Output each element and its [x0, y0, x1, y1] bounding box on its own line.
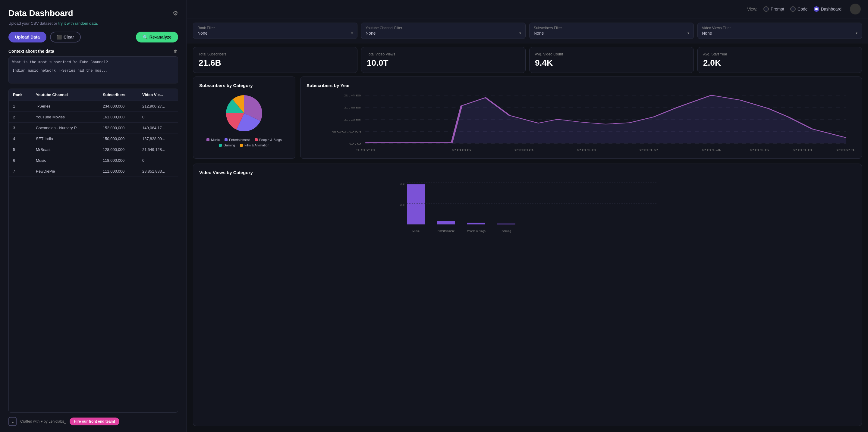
table-header-row: Rank Youtube Channel Subscribers Video V… — [9, 89, 178, 101]
chevron-down-icon: ▾ — [519, 31, 521, 35]
table-cell: 21,549,128... — [138, 144, 178, 155]
svg-text:2006: 2006 — [452, 148, 471, 152]
radio-dashboard[interactable] — [814, 6, 819, 12]
view-option-code[interactable]: Code — [790, 6, 807, 12]
legend-dot — [219, 144, 222, 147]
right-panel: View: Prompt Code Dashboard Rank Filter … — [187, 0, 868, 432]
trash-icon[interactable]: 🗑 — [173, 48, 178, 54]
table-cell: 161,000,000 — [98, 112, 138, 123]
clear-icon: ⬛ — [57, 35, 62, 39]
table-row: 4SET India150,000,000137,828,09... — [9, 133, 178, 144]
legend-label: People & Blogs — [259, 138, 282, 142]
table-cell: 118,000,000 — [98, 155, 138, 166]
legend-item: Music — [207, 138, 220, 142]
legend-label: Entertainment — [229, 138, 250, 142]
filter-dropdown[interactable]: Youtube Channel Filter None ▾ — [361, 23, 526, 39]
hire-button[interactable]: Hire our front end team! — [70, 418, 119, 425]
chevron-down-icon: ▾ — [687, 31, 689, 35]
stat-card: Avg. Start Year 2.0K — [698, 47, 862, 73]
line-chart-container: 0.0600.0M1.2B1.8B2.4B1970200620082010201… — [307, 92, 856, 153]
view-option-dashboard[interactable]: Dashboard — [814, 6, 842, 12]
filter-dropdown[interactable]: Video Views Filter None ▾ — [698, 23, 862, 39]
table-cell: 5 — [9, 144, 32, 155]
settings-icon[interactable]: ⚙ — [173, 10, 178, 17]
table-cell: 128,000,000 — [98, 144, 138, 155]
svg-text:0.0: 0.0 — [349, 142, 361, 145]
legend-dot — [224, 138, 227, 141]
svg-text:Gaming: Gaming — [501, 230, 511, 233]
reanalyze-button[interactable]: 🔍 Re-analyze — [136, 32, 178, 42]
data-table: Rank Youtube Channel Subscribers Video V… — [9, 89, 178, 177]
stat-title: Avg. Start Year — [703, 52, 856, 56]
svg-text:People & Blogs: People & Blogs — [467, 230, 486, 233]
table-cell: T-Series — [32, 101, 98, 112]
view-option-prompt[interactable]: Prompt — [764, 6, 784, 12]
view-label: View: — [747, 7, 757, 11]
user-avatar — [850, 4, 861, 14]
random-data-link[interactable]: try it with random data. — [58, 21, 98, 26]
svg-text:3.2T: 3.2T — [400, 182, 406, 185]
legend-label: Gaming — [223, 143, 235, 147]
col-subscribers: Subscribers — [98, 89, 138, 101]
line-chart-svg: 0.0600.0M1.2B1.8B2.4B1970200620082010201… — [307, 92, 856, 153]
table-cell: SET India — [32, 133, 98, 144]
chevron-down-icon: ▾ — [856, 31, 858, 35]
svg-text:Music: Music — [412, 230, 420, 233]
chevron-down-icon: ▾ — [351, 31, 353, 35]
charts-area: Subscribers by Category Music Entertainm… — [187, 76, 868, 432]
table-cell: 2 — [9, 112, 32, 123]
filter-dropdown[interactable]: Rank Filter None ▾ — [193, 23, 358, 39]
stat-card: Total Video Views 10.0T — [361, 47, 526, 73]
context-section: Context about the data 🗑 What is the mos… — [8, 48, 178, 85]
view-prompt-label: Prompt — [771, 7, 784, 11]
context-label: Context about the data — [8, 49, 54, 54]
filter-label: Video Views Filter — [702, 26, 858, 30]
stat-title: Total Subscribers — [198, 52, 352, 56]
view-dashboard-label: Dashboard — [821, 7, 842, 11]
svg-text:2021: 2021 — [836, 148, 856, 152]
context-textarea[interactable]: What is the most subscribed YouTube Chan… — [8, 56, 178, 84]
filter-label: Subscribers Filter — [534, 26, 689, 30]
table-row: 2YouTube Movies161,000,0000 — [9, 112, 178, 123]
radio-prompt[interactable] — [764, 6, 769, 12]
subscribers-by-category-card: Subscribers by Category Music Entertainm… — [193, 76, 296, 159]
top-nav: View: Prompt Code Dashboard — [187, 0, 868, 19]
filter-value: None — [534, 31, 544, 36]
bar-chart-svg: MusicEntertainmentPeople & BlogsGaming3.… — [199, 179, 856, 233]
clear-button[interactable]: ⬛ Clear — [50, 32, 81, 42]
filter-value: None — [366, 31, 375, 36]
table-cell: 1 — [9, 101, 32, 112]
radio-code[interactable] — [790, 6, 796, 12]
table-cell: 0 — [138, 155, 178, 166]
stat-card: Total Subscribers 21.6B — [193, 47, 358, 73]
upload-button[interactable]: Upload Data — [8, 32, 46, 42]
table-cell: PewDiePie — [32, 166, 98, 177]
footer: L Crafted with ♥ by Leniolabs_ Hire our … — [8, 417, 178, 426]
svg-text:2014: 2014 — [702, 148, 721, 152]
svg-text:2.4T: 2.4T — [400, 203, 406, 206]
filter-dropdown[interactable]: Subscribers Filter None ▾ — [529, 23, 694, 39]
table-row: 6Music118,000,0000 — [9, 155, 178, 166]
filters-row: Rank Filter None ▾ Youtube Channel Filte… — [187, 19, 868, 43]
bar — [437, 221, 455, 225]
bar-chart-title: Video Views by Category — [199, 170, 856, 175]
table-cell: 3 — [9, 123, 32, 133]
svg-text:1970: 1970 — [355, 148, 375, 152]
table-cell: Cocomelon - Nursery R... — [32, 123, 98, 133]
svg-text:2016: 2016 — [749, 148, 769, 152]
legend-dot — [255, 138, 258, 141]
table-cell: 150,000,000 — [98, 133, 138, 144]
pie-legend: Music Entertainment People & Blogs Gamin… — [199, 138, 289, 147]
stat-value: 10.0T — [367, 58, 520, 68]
stat-value: 9.4K — [535, 58, 688, 68]
bar — [467, 223, 485, 225]
table-cell: 234,000,000 — [98, 101, 138, 112]
bar — [497, 224, 516, 225]
context-header: Context about the data 🗑 — [8, 48, 178, 54]
svg-text:2012: 2012 — [639, 148, 658, 152]
stat-title: Total Video Views — [367, 52, 520, 56]
table-cell: 212,900,27... — [138, 101, 178, 112]
action-buttons: Upload Data ⬛ Clear 🔍 Re-analyze — [8, 32, 178, 42]
col-channel: Youtube Channel — [32, 89, 98, 101]
legend-item: Film & Animation — [240, 143, 270, 147]
